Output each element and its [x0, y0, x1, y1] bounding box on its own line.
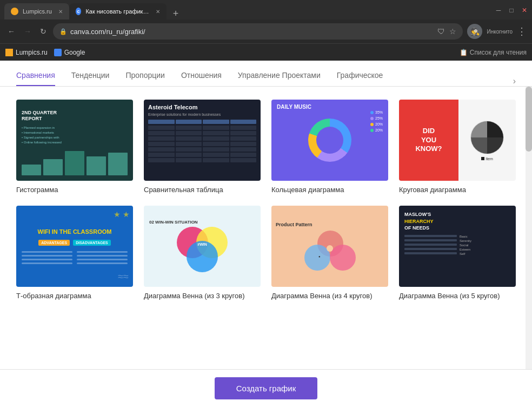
bookmark-lumpics[interactable]: Lumpics.ru	[5, 49, 48, 56]
thumb-donut: DAILY MUSIC 35% 25% 20% 20%	[271, 100, 388, 181]
tab-canva[interactable]: c Как нисовать графики онлай... ✕	[69, 3, 167, 19]
tabs-area: Lumpics.ru ✕ c Как нисовать графики онла…	[4, 0, 495, 19]
venn4-circles: ●	[304, 231, 356, 271]
tab-favicon-canva: c	[76, 8, 82, 15]
maximize-button[interactable]: □	[508, 6, 515, 13]
gallery-item-venn4[interactable]: Product Pattern ● Диаграмма Венна (из 4 …	[271, 206, 388, 301]
reading-list-icon: 📋	[460, 49, 468, 56]
bookmarks-bar: Lumpics.ru Google 📋 Список для чтения	[0, 43, 532, 61]
window-controls: ─ □ ✕	[495, 6, 528, 13]
tab-title-lumpics: Lumpics.ru	[23, 8, 52, 15]
reading-list[interactable]: 📋 Список для чтения	[460, 49, 527, 56]
thumb-tchart: WIFI IN THE CLASSROOM ADVANTAGES DISADVA…	[16, 206, 133, 287]
comparison-label: Сравнительная таблица	[144, 185, 261, 195]
menu-button[interactable]: ⋮	[517, 25, 527, 37]
cat-tab-tendencii[interactable]: Тенденции	[71, 71, 110, 86]
minimize-button[interactable]: ─	[495, 6, 502, 13]
url-bar[interactable]: 🔒 canva.com/ru_ru/grafiki/ 🛡 ☆	[53, 23, 463, 40]
pie-label: Круговая диаграмма	[399, 185, 516, 195]
back-button[interactable]: ←	[5, 25, 17, 38]
tab-close-lumpics[interactable]: ✕	[58, 9, 63, 15]
gallery-item-pie[interactable]: DIDYOUKNOW?	[399, 100, 516, 195]
incognito-badge: 🕵	[467, 24, 482, 39]
bookmark-google[interactable]: Google	[54, 49, 85, 56]
tab-close-canva[interactable]: ✕	[156, 9, 160, 15]
gallery-item-venn5[interactable]: MASLOW'SHIERARCHYOF NEEDS Basic Serenity…	[399, 206, 516, 301]
thumb-venn4: Product Pattern ●	[271, 206, 388, 287]
venn3-circles: #WIN	[172, 227, 232, 273]
forward-button[interactable]: →	[22, 25, 34, 38]
address-bar: ← → ↻ 🔒 canva.com/ru_ru/grafiki/ 🛡 ☆ 🕵 И…	[0, 19, 532, 43]
venn3-label: Диаграмма Венна (из 3 кругов)	[144, 291, 261, 301]
bookmark-items: Lumpics.ru Google	[5, 49, 85, 56]
donut-label: Кольцевая диаграмма	[271, 185, 388, 195]
cat-tab-proporcii[interactable]: Пропорции	[125, 71, 164, 86]
venn5-label: Диаграмма Венна (из 5 кругов)	[399, 291, 516, 301]
close-button[interactable]: ✕	[521, 6, 528, 13]
thumb-pie: DIDYOUKNOW?	[399, 100, 516, 181]
bookmark-label-google: Google	[64, 49, 85, 56]
reload-button[interactable]: ↻	[38, 25, 49, 38]
gallery-item-tchart[interactable]: WIFI IN THE CLASSROOM ADVANTAGES DISADVA…	[16, 206, 133, 301]
bookmark-label-lumpics: Lumpics.ru	[16, 49, 48, 56]
tab-lumpics[interactable]: Lumpics.ru ✕	[4, 3, 69, 19]
thumb-venn5: MASLOW'SHIERARCHYOF NEEDS Basic Serenity…	[399, 206, 516, 287]
pie-did-you-know: DIDYOUKNOW?	[415, 127, 442, 154]
url-actions: 🛡 ☆	[437, 27, 456, 36]
bookmark-favicon-google	[54, 49, 62, 56]
bookmark-favicon-lumpics	[5, 49, 13, 56]
wifi-title: WIFI IN THE CLASSROOM	[22, 228, 128, 235]
cat-tab-graficheskoe[interactable]: Графическое	[337, 71, 383, 86]
thumb-histogram: 2ND QUARTERREPORT • Planned expansion in…	[16, 100, 133, 181]
thumb-venn3: 02 WIN-WIN SITUATION #WIN	[144, 206, 261, 287]
url-text: canva.com/ru_ru/grafiki/	[70, 28, 434, 36]
donut-inner	[316, 127, 343, 154]
category-tabs: Сравнения Тенденции Пропорции Отношения …	[0, 61, 532, 87]
pie-legend: Item	[481, 157, 493, 161]
create-chart-button[interactable]: Создать график	[215, 377, 318, 399]
incognito-text: Инкогнито	[487, 29, 513, 35]
wifi-labels: ADVANTAGES DISADVANTAGES	[22, 240, 128, 246]
gallery-item-venn3[interactable]: 02 WIN-WIN SITUATION #WIN Диаграмма Венн…	[144, 206, 261, 301]
tchart-label: Т-образная диаграмма	[16, 291, 133, 301]
venn4-center-label: ●	[318, 255, 321, 258]
scrollbar-track[interactable]	[526, 87, 532, 407]
tab-favicon-lumpics	[11, 8, 18, 15]
star-icon[interactable]: ☆	[449, 27, 456, 36]
donut-circle	[308, 119, 351, 162]
donut-title: DAILY MUSIC	[277, 104, 311, 110]
page-content: Сравнения Тенденции Пропорции Отношения …	[0, 61, 532, 407]
pie-chart-svg	[470, 120, 505, 155]
tab-title-canva: Как нисовать графики онлай...	[85, 8, 149, 15]
cat-tab-upravlenie[interactable]: Управление Проектами	[238, 71, 321, 86]
cat-tab-otnosheniya[interactable]: Отношения	[181, 71, 222, 86]
browser-frame: Lumpics.ru ✕ c Как нисовать графики онла…	[0, 0, 532, 407]
histogram-title: 2ND QUARTERREPORT	[22, 110, 128, 122]
venn3-center-text: #WIN	[197, 242, 207, 246]
comp-title: Asteroid Telecom	[148, 104, 256, 110]
venn3-sub: 02 WIN-WIN SITUATION	[149, 220, 198, 225]
new-tab-button[interactable]: +	[169, 8, 183, 19]
title-bar: Lumpics.ru ✕ c Как нисовать графики онла…	[0, 0, 532, 19]
venn4-product-title: Product Pattern	[276, 222, 312, 227]
histogram-subtitle: • Planned expansion in • International m…	[22, 126, 128, 145]
venn4-label: Диаграмма Венна (из 4 кругов)	[271, 291, 388, 301]
comp-subtitle: Enterprise solutions for modern business…	[148, 113, 256, 116]
scrollbar-thumb[interactable]	[526, 87, 532, 152]
wifi-advantages-label: ADVANTAGES	[38, 240, 70, 246]
cat-tab-sravneniya[interactable]: Сравнения	[16, 71, 55, 86]
wifi-disadvantages-label: DISADVANTAGES	[73, 240, 111, 246]
shield-icon[interactable]: 🛡	[437, 27, 445, 36]
lock-icon: 🔒	[59, 28, 67, 35]
page-footer: Создать график	[0, 369, 532, 407]
histogram-label: Гистограмма	[16, 185, 133, 195]
thumb-comparison: Asteroid Telecom Enterprise solutions fo…	[144, 100, 261, 181]
gallery-item-donut[interactable]: DAILY MUSIC 35% 25% 20% 20% Кольцевая ди…	[271, 100, 388, 195]
tabs-arrow-icon[interactable]: ›	[513, 76, 516, 86]
histogram-bars	[22, 148, 128, 175]
reading-list-label: Список для чтения	[470, 49, 527, 56]
gallery-item-comparison[interactable]: Asteroid Telecom Enterprise solutions fo…	[144, 100, 261, 195]
gallery-item-histogram[interactable]: 2ND QUARTERREPORT • Planned expansion in…	[16, 100, 133, 195]
gallery: 2ND QUARTERREPORT • Planned expansion in…	[0, 87, 532, 314]
maslow-dots: Basic Serenity Social Esteem Self	[404, 235, 510, 281]
